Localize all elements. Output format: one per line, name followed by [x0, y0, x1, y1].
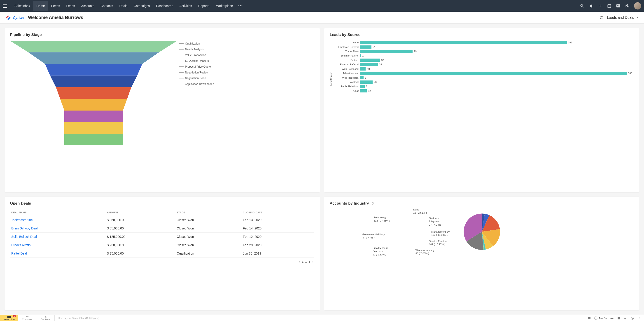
- table-cell: $ 250,000.00: [106, 241, 176, 249]
- bar-row[interactable]: Chat12: [333, 89, 634, 93]
- nav-item-accounts[interactable]: Accounts: [78, 1, 98, 11]
- pager-prev-icon[interactable]: [298, 260, 300, 263]
- pie-chart-wrap: None16 ( 2.51% )SystemsIntegrator27 ( 4.…: [330, 206, 634, 258]
- chevron-down-icon: [636, 16, 639, 19]
- refresh-icon[interactable]: [371, 202, 374, 205]
- bar-value: 33: [379, 63, 382, 66]
- bar-row[interactable]: Cold Call23: [333, 80, 634, 84]
- nav-item-contacts[interactable]: Contacts: [97, 1, 116, 11]
- funnel-segment[interactable]: [64, 122, 123, 134]
- deal-link[interactable]: Selle Bellock Deal: [11, 235, 37, 238]
- bar-category: Seminar Partner: [333, 54, 360, 57]
- pager-next-icon[interactable]: [312, 260, 314, 263]
- table-cell: $ 350,000.00: [106, 216, 176, 224]
- table-header: STAGE: [175, 209, 242, 216]
- plus-icon[interactable]: [598, 4, 602, 8]
- nav-item-home[interactable]: Home: [33, 1, 48, 11]
- refresh-icon[interactable]: [599, 16, 603, 20]
- funnel-label: Negotiation/Review: [179, 70, 314, 76]
- bar-value: 8: [366, 85, 368, 88]
- bar-row[interactable]: Trade Show99: [333, 50, 634, 53]
- bar-row[interactable]: None392: [333, 41, 634, 44]
- bar-category: Chat: [333, 90, 360, 92]
- bar-row[interactable]: Employee Referral21: [333, 45, 634, 49]
- funnel-segment[interactable]: [28, 52, 159, 64]
- bar-row[interactable]: Advertisement506: [333, 72, 634, 75]
- bar-category: None: [333, 41, 360, 44]
- deal-link[interactable]: Raftel Deal: [11, 252, 27, 255]
- calendar-icon[interactable]: 31: [607, 4, 612, 8]
- card-pipeline: Pipeline by Stage QualificationNeeds Ana…: [4, 28, 320, 192]
- pie-label: ManagementISV102 ( 15.99% ): [431, 230, 450, 237]
- nav-more-icon[interactable]: •••: [236, 4, 245, 8]
- bar-category: External Referral: [333, 63, 360, 66]
- nav-item-feeds[interactable]: Feeds: [48, 1, 63, 11]
- table-cell: Feb 13, 2020: [242, 216, 314, 224]
- view-dropdown[interactable]: Leads and Deals: [607, 16, 639, 20]
- card-open-deals-title: Open Deals: [10, 201, 314, 206]
- deal-link[interactable]: Taskmaster Inc: [11, 218, 32, 222]
- bar-category: Employee Referral: [333, 46, 360, 48]
- funnel-label: Id. Decision Makers: [179, 58, 314, 64]
- search-icon[interactable]: [580, 4, 584, 8]
- pager: 1 to 5: [10, 260, 314, 263]
- bell-icon[interactable]: [589, 4, 594, 8]
- nav-item-campaigns[interactable]: Campaigns: [130, 1, 153, 11]
- avatar[interactable]: [634, 2, 641, 10]
- bar-row[interactable]: Web Research6: [333, 76, 634, 79]
- funnel-segment[interactable]: [50, 76, 137, 87]
- nav-item-deals[interactable]: Deals: [116, 1, 131, 11]
- pager-to-word: to: [305, 260, 307, 263]
- funnel-segment[interactable]: [60, 99, 127, 110]
- funnel-segment[interactable]: [64, 134, 123, 145]
- bar-value: 392: [568, 41, 572, 44]
- bar-category: Advertisement: [333, 72, 360, 75]
- nav-item-activities[interactable]: Activities: [176, 1, 195, 11]
- table-row: Taskmaster Inc$ 350,000.00Closed WonFeb …: [10, 216, 314, 224]
- deal-link[interactable]: Brooks Altofts: [11, 243, 31, 247]
- funnel-label: Proposal/Price Quote: [179, 64, 314, 70]
- bar-value: 506: [628, 72, 632, 75]
- mail-icon[interactable]: [616, 4, 620, 8]
- top-nav: SalesInboxHomeFeedsLeadsAccountsContacts…: [0, 0, 644, 12]
- nav-item-dashboards[interactable]: Dashboards: [153, 1, 176, 11]
- table-row: Erinn Gilhooy Deal$ 65,000.00Closed WonF…: [10, 224, 314, 233]
- tools-icon[interactable]: [625, 4, 630, 8]
- nav-item-reports[interactable]: Reports: [195, 1, 212, 11]
- bar-row[interactable]: Seminar Partner1: [333, 54, 634, 57]
- bar-category: Public Relations: [333, 85, 360, 88]
- bar-value: 37: [381, 59, 384, 62]
- card-accounts-industry: Accounts by Industry None16 ( 2.51% )Sys…: [324, 197, 640, 310]
- bar-value: 21: [373, 46, 376, 48]
- table-cell: Qualification: [175, 249, 242, 258]
- bar-row[interactable]: External Referral33: [333, 63, 634, 66]
- nav-item-leads[interactable]: Leads: [63, 1, 78, 11]
- nav-right: 31: [580, 2, 641, 10]
- bar-value: 12: [368, 90, 371, 92]
- funnel-segment[interactable]: [10, 41, 177, 52]
- funnel-label: Application Downloaded: [179, 81, 314, 87]
- bar-row[interactable]: Partner37: [333, 58, 634, 62]
- bar-row[interactable]: Web Download10: [333, 67, 634, 71]
- table-cell: $ 125,000.00: [106, 233, 176, 241]
- nav-item-salesinbox[interactable]: SalesInbox: [11, 1, 33, 11]
- open-deals-table: DEAL NAMEAMOUNTSTAGECLOSING DATE Taskmas…: [10, 209, 314, 258]
- bar-category: Cold Call: [333, 81, 360, 83]
- nav-item-marketplace[interactable]: Marketplace: [212, 1, 236, 11]
- funnel-segment[interactable]: [56, 87, 132, 99]
- deal-link[interactable]: Erinn Gilhooy Deal: [11, 226, 38, 230]
- funnel-label: Value Proposition: [179, 52, 314, 58]
- hamburger-icon[interactable]: [3, 4, 7, 8]
- funnel-segment[interactable]: [64, 111, 123, 122]
- funnel-segment[interactable]: [45, 64, 142, 76]
- table-cell: Closed Won: [175, 224, 242, 233]
- pie-label: Small/MediumEnterprise10 ( 1.57% ): [372, 246, 388, 256]
- bar-row[interactable]: Public Relations8: [333, 85, 634, 88]
- svg-text:31: 31: [608, 6, 610, 7]
- table-cell: Closed Won: [175, 241, 242, 249]
- table-row: Raftel Deal$ 35,000.00QualificationJun 3…: [10, 249, 314, 258]
- bar-value: 1: [362, 54, 364, 57]
- bar-category: Web Research: [333, 76, 360, 79]
- brand-name: Zylker: [13, 15, 24, 20]
- brand[interactable]: Zylker: [5, 15, 24, 21]
